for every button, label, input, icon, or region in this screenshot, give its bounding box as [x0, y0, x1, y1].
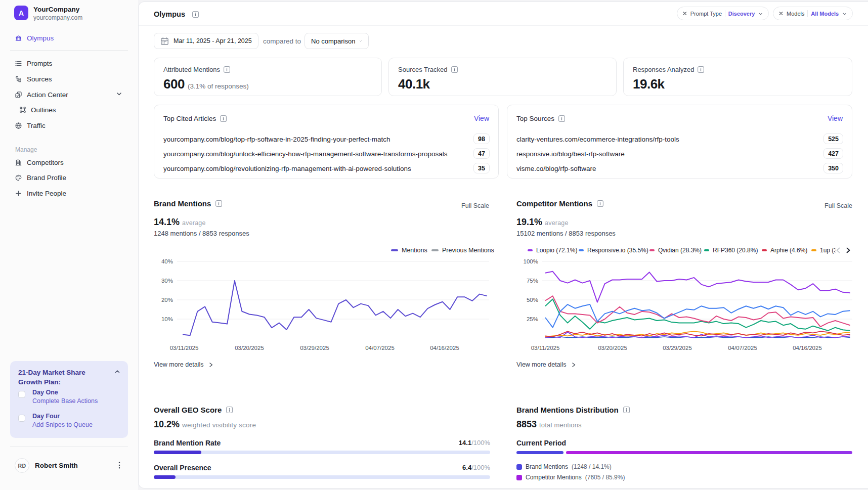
svg-text:10%: 10% — [161, 316, 173, 322]
svg-text:100%: 100% — [524, 258, 538, 264]
svg-text:03/11/2025: 03/11/2025 — [170, 345, 199, 351]
svg-text:03/11/2025: 03/11/2025 — [531, 345, 560, 351]
svg-text:03/20/2025: 03/20/2025 — [235, 345, 264, 351]
svg-text:30%: 30% — [161, 278, 173, 284]
svg-text:75%: 75% — [527, 278, 538, 284]
svg-text:04/07/2025: 04/07/2025 — [728, 345, 757, 351]
svg-text:25%: 25% — [527, 316, 538, 322]
svg-text:03/20/2025: 03/20/2025 — [598, 345, 627, 351]
svg-text:04/07/2025: 04/07/2025 — [365, 345, 395, 351]
svg-text:03/29/2025: 03/29/2025 — [300, 345, 329, 351]
svg-text:04/16/2025: 04/16/2025 — [430, 345, 459, 351]
svg-text:40%: 40% — [161, 258, 173, 264]
svg-text:50%: 50% — [527, 297, 538, 303]
svg-text:20%: 20% — [161, 297, 173, 303]
svg-text:03/29/2025: 03/29/2025 — [663, 345, 692, 351]
svg-text:04/16/2025: 04/16/2025 — [793, 345, 822, 351]
